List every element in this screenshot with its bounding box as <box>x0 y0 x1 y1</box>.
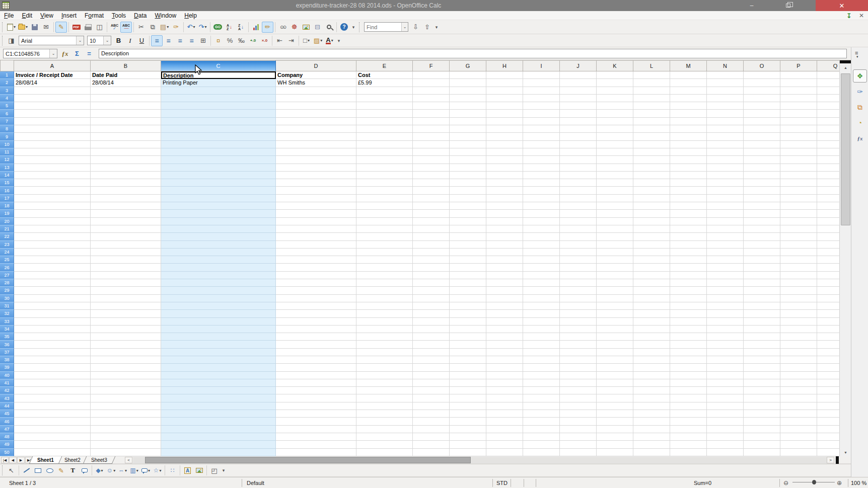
cell-B30[interactable] <box>91 295 161 302</box>
cell-M30[interactable] <box>670 295 707 302</box>
cell-H37[interactable] <box>486 349 523 356</box>
cell-E4[interactable] <box>356 95 413 102</box>
cell-K14[interactable] <box>597 172 633 179</box>
cell-H47[interactable] <box>486 426 523 433</box>
font-color-icon[interactable]: A▾ <box>324 35 335 46</box>
cell-P22[interactable] <box>780 233 817 240</box>
cell-O19[interactable] <box>744 210 780 217</box>
cell-Q28[interactable] <box>817 279 839 287</box>
from-file-icon[interactable] <box>193 465 205 476</box>
cell-B34[interactable] <box>91 326 161 333</box>
cell-L14[interactable] <box>633 172 670 179</box>
show-draw-functions-icon[interactable]: ✏ <box>262 22 273 33</box>
cell-L1[interactable] <box>633 71 670 79</box>
cell-O46[interactable] <box>744 418 780 425</box>
cell-P46[interactable] <box>780 418 817 425</box>
cell-M40[interactable] <box>670 372 707 379</box>
cell-K40[interactable] <box>597 372 633 379</box>
sheet-tab-sheet3[interactable]: Sheet3 <box>83 456 115 464</box>
cell-F4[interactable] <box>413 95 450 102</box>
decrease-indent-icon[interactable]: ⇤ <box>274 35 285 46</box>
cell-C47[interactable] <box>161 426 276 433</box>
cell-N29[interactable] <box>707 287 744 294</box>
menu-edit[interactable]: Edit <box>18 11 36 20</box>
fontwork-gallery-icon[interactable]: A <box>182 465 193 476</box>
cell-F50[interactable] <box>413 449 450 456</box>
cell-D25[interactable] <box>276 256 356 264</box>
cell-L18[interactable] <box>633 202 670 210</box>
align-justified-icon[interactable]: ≡ <box>186 35 197 46</box>
cell-B25[interactable] <box>91 256 161 264</box>
cell-Q46[interactable] <box>817 418 839 425</box>
cell-G46[interactable] <box>450 418 486 425</box>
cell-M48[interactable] <box>670 433 707 441</box>
cell-L5[interactable] <box>633 102 670 110</box>
cell-I40[interactable] <box>523 372 560 379</box>
cell-H4[interactable] <box>486 95 523 102</box>
callouts-icon-dropdown[interactable]: ▾ <box>148 468 150 473</box>
cell-J38[interactable] <box>560 356 597 364</box>
cell-K42[interactable] <box>597 387 633 394</box>
cell-Q44[interactable] <box>817 402 839 410</box>
cell-M11[interactable] <box>670 148 707 156</box>
cell-G10[interactable] <box>450 141 486 148</box>
cell-G41[interactable] <box>450 379 486 387</box>
cell-G8[interactable] <box>450 125 486 133</box>
cell-A8[interactable] <box>14 125 91 133</box>
cell-P50[interactable] <box>780 449 817 456</box>
autospellcheck-icon[interactable]: ABC~~~ <box>120 22 132 33</box>
cell-E20[interactable] <box>356 218 413 225</box>
cell-E23[interactable] <box>356 241 413 249</box>
cell-C22[interactable] <box>161 233 276 240</box>
cell-G4[interactable] <box>450 95 486 102</box>
cell-L33[interactable] <box>633 318 670 326</box>
callouts-icon[interactable]: ▾ <box>140 465 152 476</box>
cell-D7[interactable] <box>276 118 356 125</box>
row-header-50[interactable]: 50 <box>0 449 14 456</box>
cell-D8[interactable] <box>276 125 356 133</box>
cell-P3[interactable] <box>780 87 817 95</box>
cell-L32[interactable] <box>633 310 670 317</box>
cell-H1[interactable] <box>486 71 523 79</box>
cell-Q14[interactable] <box>817 172 839 179</box>
cell-K41[interactable] <box>597 379 633 387</box>
cell-C21[interactable] <box>161 225 276 233</box>
cell-A5[interactable] <box>14 102 91 110</box>
horizontal-scrollbar[interactable] <box>133 457 827 463</box>
cell-M41[interactable] <box>670 379 707 387</box>
cell-O22[interactable] <box>744 233 780 240</box>
cell-I18[interactable] <box>523 202 560 210</box>
cell-A6[interactable] <box>14 110 91 117</box>
cell-D33[interactable] <box>276 318 356 326</box>
scroll-up-icon[interactable]: ▲ <box>840 63 851 71</box>
cell-B4[interactable] <box>91 95 161 102</box>
cell-D9[interactable] <box>276 133 356 140</box>
cell-B21[interactable] <box>91 225 161 233</box>
cell-Q45[interactable] <box>817 410 839 418</box>
cell-B47[interactable] <box>91 426 161 433</box>
column-header-M[interactable]: M <box>670 60 707 71</box>
select-all-corner[interactable] <box>0 60 14 71</box>
cell-K30[interactable] <box>597 295 633 302</box>
row-header-27[interactable]: 27 <box>0 272 14 279</box>
cell-H32[interactable] <box>486 310 523 317</box>
cell-I33[interactable] <box>523 318 560 326</box>
cell-B31[interactable] <box>91 302 161 310</box>
cell-M14[interactable] <box>670 172 707 179</box>
cell-B36[interactable] <box>91 341 161 348</box>
cell-O10[interactable] <box>744 141 780 148</box>
cell-B17[interactable] <box>91 195 161 202</box>
cell-P31[interactable] <box>780 302 817 310</box>
cell-L36[interactable] <box>633 341 670 348</box>
redo-icon-dropdown[interactable]: ▾ <box>204 25 206 29</box>
cell-F11[interactable] <box>413 148 450 156</box>
cell-E44[interactable] <box>356 402 413 410</box>
cell-H13[interactable] <box>486 164 523 172</box>
cell-B39[interactable] <box>91 364 161 371</box>
cell-K16[interactable] <box>597 187 633 194</box>
spellcheck-icon[interactable]: ABC✓ <box>109 22 120 33</box>
cell-B44[interactable] <box>91 402 161 410</box>
cell-A37[interactable] <box>14 349 91 356</box>
cell-N41[interactable] <box>707 379 744 387</box>
cell-K24[interactable] <box>597 249 633 256</box>
